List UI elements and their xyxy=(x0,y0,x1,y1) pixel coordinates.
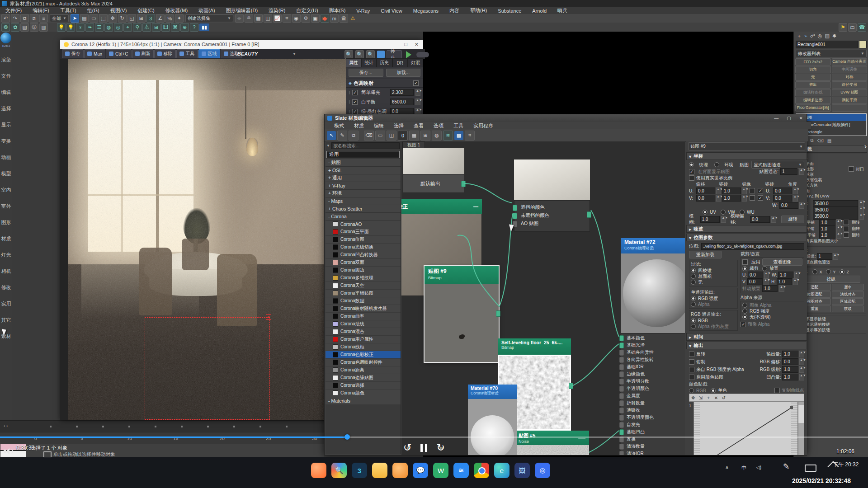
modifier-button[interactable]: 切角 xyxy=(795,66,831,73)
input-socket[interactable] xyxy=(619,335,624,341)
tool-bulb-icon[interactable]: 💡 xyxy=(57,23,66,32)
vfb-zoom-out-icon[interactable]: 🔍 xyxy=(344,50,353,59)
tab-display-icon[interactable]: ▤ xyxy=(825,33,829,39)
tool-panel-icon[interactable]: ▮▮ xyxy=(199,23,209,31)
v-tile-checkbox[interactable]: ✓ xyxy=(758,195,763,201)
u-tile-checkbox[interactable]: ✓ xyxy=(758,188,763,193)
taskbar-app-folder[interactable] xyxy=(372,463,387,478)
vfb-row-spinner[interactable]: ▲▼ xyxy=(415,99,420,105)
tray-volume-icon[interactable]: ◁) xyxy=(756,465,761,470)
browser-category[interactable]: + Chaos Scatter xyxy=(326,205,401,213)
tool-video-icon[interactable]: 🎞 xyxy=(161,23,170,32)
vfb-tab[interactable]: 历史 xyxy=(377,58,392,67)
uvw-radio[interactable] xyxy=(703,210,708,215)
modifier-button[interactable]: 挤出 xyxy=(795,81,831,89)
cmd-map-channel-field[interactable]: 1 xyxy=(817,253,832,260)
menu-item[interactable]: 文件(F) xyxy=(0,7,27,14)
vfb-blue-swatch[interactable] xyxy=(377,51,385,58)
slate-show-background-icon[interactable]: ▦ xyxy=(409,131,419,141)
map-channel-spinner[interactable]: ▲▼ xyxy=(799,168,804,175)
corner-icon-2[interactable]: 🗀 xyxy=(848,23,857,32)
output-socket[interactable] xyxy=(461,181,466,187)
alpha-radio[interactable] xyxy=(742,309,747,314)
tool-grid-icon[interactable]: ⊞ xyxy=(152,23,160,32)
input-socket[interactable] xyxy=(619,350,624,356)
cmd-map-channel-spinner[interactable]: ▲▼ xyxy=(833,253,838,260)
slate-pan-icon[interactable]: ⌗ xyxy=(465,131,475,141)
taskbar-app-search[interactable]: 🔍 xyxy=(331,463,347,478)
vfb-row-value[interactable]: 6500.0 xyxy=(390,99,414,105)
output-checkbox[interactable] xyxy=(689,359,694,365)
tray-ime-icon[interactable]: 中 xyxy=(741,465,746,471)
sidebar-item[interactable]: 相机 xyxy=(0,263,12,279)
tool-cam-icon[interactable]: ⌖ xyxy=(123,23,132,32)
input-socket[interactable] xyxy=(619,444,624,450)
curve-editor-icon[interactable]: 📈 xyxy=(273,14,282,23)
node-view[interactable]: 视图 1 默认输出 彩校正— xyxy=(401,141,685,455)
slate-assign-icon[interactable]: ⧉ xyxy=(349,131,359,141)
taskbar-app-orange[interactable] xyxy=(392,463,408,478)
sidebar-item[interactable]: 灯光 xyxy=(0,247,12,263)
v-offset-field[interactable]: 0.0 xyxy=(696,195,715,202)
time-rollout[interactable]: ▸时间 xyxy=(686,333,807,341)
browser-category[interactable]: + 通用 xyxy=(326,174,401,182)
scale-icon[interactable]: ◱ xyxy=(127,14,136,23)
input-socket[interactable] xyxy=(619,386,624,392)
redo-icon[interactable]: ↷ xyxy=(11,14,19,23)
tab-motion-icon[interactable]: ◎ xyxy=(818,33,822,39)
tool-leaf-icon[interactable]: ❧ xyxy=(85,23,94,32)
input-socket[interactable] xyxy=(619,371,624,377)
node-material70[interactable]: Material #70 Corona物理材质 xyxy=(468,385,517,455)
taskbar-app-netdisk[interactable]: ≋ xyxy=(453,463,469,478)
menu-item[interactable]: 组(G) xyxy=(82,7,105,14)
dimension-spinner[interactable]: ▲▼ xyxy=(859,213,864,220)
vfb-zoom-100-icon[interactable]: 🔍 xyxy=(355,50,364,59)
vfb-stop-button[interactable]: 停止 xyxy=(387,50,402,59)
place-radio[interactable] xyxy=(762,266,767,271)
tool-pin-icon[interactable]: ⚲ xyxy=(133,23,142,32)
menu-item[interactable]: 内容 xyxy=(444,7,465,14)
node-map5-noise[interactable]: 贴图 #5 Noise — xyxy=(515,431,589,455)
volume-button[interactable] xyxy=(4,448,13,455)
render-frame-icon[interactable]: ▣ xyxy=(311,14,320,23)
slate-maximize-icon[interactable]: ▢ xyxy=(787,116,791,121)
menu-item[interactable]: 编辑(E) xyxy=(27,7,55,14)
browser-map-item[interactable]: Corona天空 xyxy=(326,282,401,290)
taskbar-app-chrome[interactable] xyxy=(474,463,489,478)
browser-category[interactable]: - Maps xyxy=(326,197,401,205)
schematic-view-icon[interactable]: ⌗ xyxy=(283,14,291,23)
slate-menu-item[interactable]: 模式 xyxy=(329,122,349,129)
menu-item[interactable]: Substance xyxy=(492,8,527,14)
browser-category[interactable]: + OSL xyxy=(326,167,401,174)
select-by-name-icon[interactable]: ▤ xyxy=(80,14,89,23)
vfb-tone-mapping-header[interactable]: 色调映射 xyxy=(354,80,373,87)
tile-field[interactable]: 1.0 xyxy=(819,232,835,239)
output-amount-field[interactable]: 1.0 xyxy=(782,351,798,357)
modifier-button[interactable] xyxy=(832,104,868,112)
vfb-maximize-icon[interactable]: □ xyxy=(404,42,407,47)
slate-hide-unused-icon[interactable]: ◫ xyxy=(387,131,396,141)
render-icon[interactable]: 🫖 xyxy=(321,14,329,23)
slate-delete-icon[interactable]: ⌫ xyxy=(364,131,374,141)
time-slider-strip[interactable]: ‹ › xyxy=(0,420,324,432)
noise-rollout[interactable]: ▸噪波 xyxy=(686,225,807,233)
menu-item[interactable]: 帮助(H) xyxy=(465,7,492,14)
browser-map-item[interactable]: Corona曲率 xyxy=(326,313,401,320)
vfb-row-checkbox[interactable]: ✓ xyxy=(352,90,358,95)
menu-item[interactable]: Arnold xyxy=(527,8,552,14)
slate-close-icon[interactable]: ✕ xyxy=(799,116,803,121)
browser-map-item[interactable]: Corona边缘贴图 xyxy=(326,374,401,382)
dimension-spinner[interactable]: ▲▼ xyxy=(859,206,864,213)
input-socket[interactable] xyxy=(619,422,624,428)
sidebar-item[interactable]: 动画 xyxy=(0,149,12,165)
collapse-icon[interactable]: — xyxy=(473,204,478,209)
crop-radio[interactable] xyxy=(742,266,747,271)
vfb-titlebar[interactable]: Corona 12 (Hotfix 1) | 745×1064px (1:1) … xyxy=(60,40,423,49)
mono-color-radio[interactable] xyxy=(711,388,716,393)
slate-pick-material-icon[interactable]: ✎ xyxy=(337,131,347,141)
mono-radio[interactable] xyxy=(691,302,696,307)
slate-material-id-icon[interactable]: ◍ xyxy=(432,131,442,141)
tab-create-icon[interactable]: ＋ xyxy=(797,33,802,39)
tool-bulb2-icon[interactable]: 💡 xyxy=(66,23,75,32)
dimension-field[interactable]: 3500.0 xyxy=(813,206,858,213)
